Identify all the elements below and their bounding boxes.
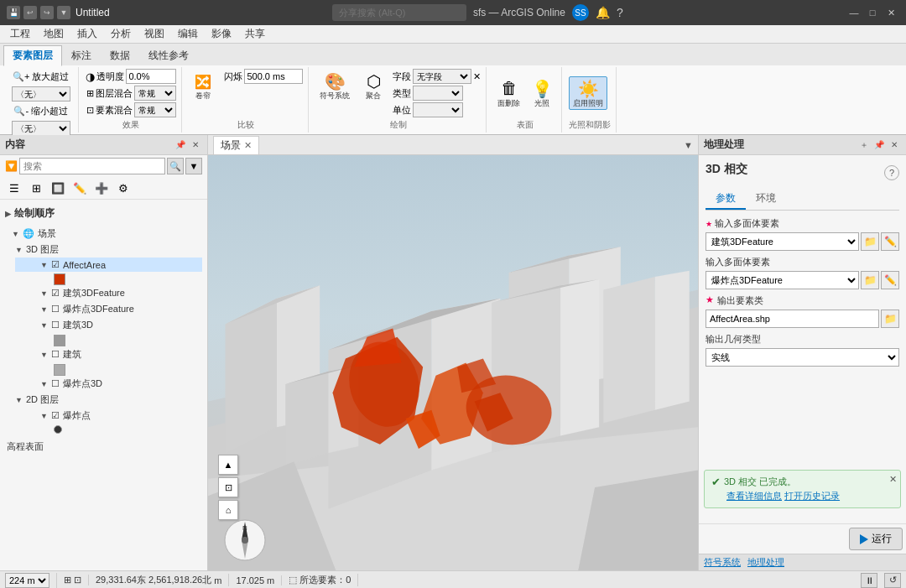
tab-linear-ref[interactable]: 线性参考 [139,45,198,65]
toc-settings-btn[interactable]: ⚙ [114,179,133,197]
transparency-input[interactable] [126,69,176,84]
save-icon[interactable]: 💾 [7,6,20,19]
geo-field-1-select[interactable]: 建筑3DFeature [706,232,859,251]
scene-header[interactable]: ▼ 🌐 场景 [5,226,202,242]
feature-blend-select[interactable]: 常规 [134,102,176,117]
map-canvas[interactable]: ▲ ⊡ ⌂ N [208,155,698,570]
user-avatar[interactable]: SS [572,4,589,21]
notification-icon[interactable]: 🔔 [596,6,610,19]
tab-label[interactable]: 标注 [62,45,101,65]
menu-gongcheng[interactable]: 工程 [3,25,37,43]
menu-shitu[interactable]: 视图 [138,25,171,43]
toc-item-elevation[interactable]: 高程表面 [0,439,207,455]
pause-btn[interactable]: ⏸ [861,573,877,588]
zoom-in-over-btn[interactable]: 🔍+ 放大超过 [8,69,73,85]
map-dropdown[interactable]: ▼ [684,140,693,150]
geo-notif-close-btn[interactable]: ✕ [889,474,897,485]
redo-icon[interactable]: ↪ [40,6,54,19]
swipe-btn[interactable]: 🔀 卷帘 [189,69,217,103]
zoom-in-select[interactable]: 〈无〉 [12,86,70,101]
global-search-input[interactable] [332,4,466,21]
geo-help-btn[interactable]: ? [884,165,899,180]
unit-select[interactable] [413,102,463,117]
geo-field-2-folder-btn[interactable]: 📁 [861,271,879,289]
geo-notif-link2[interactable]: 打开历史记录 [784,491,840,501]
2d-layers-header[interactable]: ▼ 2D 图层 [15,392,202,408]
tab-data[interactable]: 数据 [101,45,139,65]
geo-tab-env[interactable]: 环境 [746,189,786,210]
geo-tab-params[interactable]: 参数 [706,189,746,210]
menu-charu[interactable]: 插入 [70,25,104,43]
home-btn[interactable]: ⌂ [218,500,238,520]
help-icon[interactable]: ? [617,6,623,19]
toc-search-input[interactable] [19,158,165,174]
toc-add-btn[interactable]: ➕ [92,179,111,197]
drawing-order-header[interactable]: ▶ 绘制顺序 [5,205,202,222]
toc-search-button[interactable]: 🔍 [167,158,184,174]
geo-notif-link1[interactable]: 查看详细信息 [726,491,782,501]
close-button[interactable]: ✕ [883,4,899,21]
enable-lighting-btn[interactable]: ☀️ 启用照明 [569,76,607,111]
aggregate-btn[interactable]: ⬡ 聚合 [359,69,388,103]
zoom-out-over-btn[interactable]: 🔍- 缩小超过 [9,103,72,119]
geo-field-2-edit-btn[interactable]: ✏️ [881,271,899,289]
toc-grid-view-btn[interactable]: ⊞ [27,179,45,197]
geo-field-1-edit-btn[interactable]: ✏️ [881,232,899,251]
field-clear-icon[interactable]: ✕ [473,71,481,82]
toc-close-btn[interactable]: ✕ [189,138,202,152]
toc-list-view-btn[interactable]: ☰ [5,179,23,197]
menu-ditu[interactable]: 地图 [37,25,70,43]
zoom-out-select[interactable]: 〈无〉 [12,121,70,136]
geo-field-2-select[interactable]: 爆炸点3DFeature [706,271,859,289]
menu-fenxi[interactable]: 分析 [104,25,138,43]
more-icon[interactable]: ▼ [57,6,70,19]
grid-btn[interactable]: ⊡ [74,575,81,585]
maximize-button[interactable]: □ [864,4,881,21]
scale-select[interactable]: 224 m [5,573,49,588]
refresh-btn[interactable]: ↺ [884,573,901,588]
geo-output-input[interactable] [706,310,879,328]
lighting-btn[interactable]: 💡 光照 [528,76,556,111]
layer-blend-select[interactable]: 常规 [134,86,176,101]
geo-field-3-folder-btn[interactable]: 📁 [881,310,899,328]
baozha3d2-checkbox[interactable]: ☐ [51,378,60,389]
fit-extent-btn[interactable]: ⊡ [218,477,238,497]
toc-search-more[interactable]: ▼ [185,158,202,174]
jianzhu-checkbox[interactable]: ☐ [51,349,60,360]
menu-gongxiang[interactable]: 共享 [238,25,272,43]
toc-pin-btn[interactable]: 📌 [174,138,187,152]
menu-yingxiang[interactable]: 影像 [205,25,238,43]
baozha-checkbox[interactable]: ☑ [51,410,60,421]
geo-pin-btn[interactable]: 📌 [872,138,886,152]
toc-item-jianzhu3d[interactable]: ▼ ☐ 建筑3D [15,317,202,333]
geo-field-4-select[interactable]: 实线 [706,348,899,367]
toc-item-baozhadian3d[interactable]: ▼ ☐ 爆炸点3D [15,376,202,392]
scene-tab-close[interactable]: ✕ [244,140,252,151]
3d-layers-header[interactable]: ▼ 3D 图层 [15,242,202,258]
geo-bottom-link-geo[interactable]: 地理处理 [747,556,784,569]
compass[interactable]: N [223,518,267,562]
field-select[interactable]: 无字段 [413,69,471,84]
geo-add-btn[interactable]: ＋ [857,138,871,152]
menu-bianji[interactable]: 编辑 [171,25,205,43]
face-delete-btn[interactable]: 🗑 面删除 [493,76,524,111]
jianzhu3d-checkbox[interactable]: ☑ [51,288,60,299]
toc-draw-btn[interactable]: ✏️ [70,179,89,197]
toc-item-jianzhu3dfeature[interactable]: ▼ ☑ 建筑3DFeature [15,285,202,301]
flash-input[interactable] [244,69,303,84]
baozha3d-checkbox[interactable]: ☐ [51,304,60,315]
geo-field-1-folder-btn[interactable]: 📁 [861,232,879,251]
toc-item-baozhadian[interactable]: ▼ ☑ 爆炸点 [15,408,202,424]
affectarea-checkbox[interactable]: ☑ [51,259,60,270]
toc-filter-btn[interactable]: 🔲 [49,179,67,197]
pan-up-btn[interactable]: ▲ [218,455,238,475]
geo-run-button[interactable]: 运行 [849,528,903,550]
undo-icon[interactable]: ↩ [23,6,37,19]
geo-bottom-link-symbol[interactable]: 符号系统 [704,556,741,569]
jianzhu3d2-checkbox[interactable]: ☐ [51,320,60,330]
toc-item-affectarea[interactable]: ▼ ☑ AffectArea [15,258,202,272]
geo-close-btn[interactable]: ✕ [888,138,901,152]
type-select[interactable] [413,86,463,101]
toc-item-baozhadian3dfeature[interactable]: ▼ ☐ 爆炸点3DFeature [15,301,202,317]
scene-tab[interactable]: 场景 ✕ [213,136,259,154]
